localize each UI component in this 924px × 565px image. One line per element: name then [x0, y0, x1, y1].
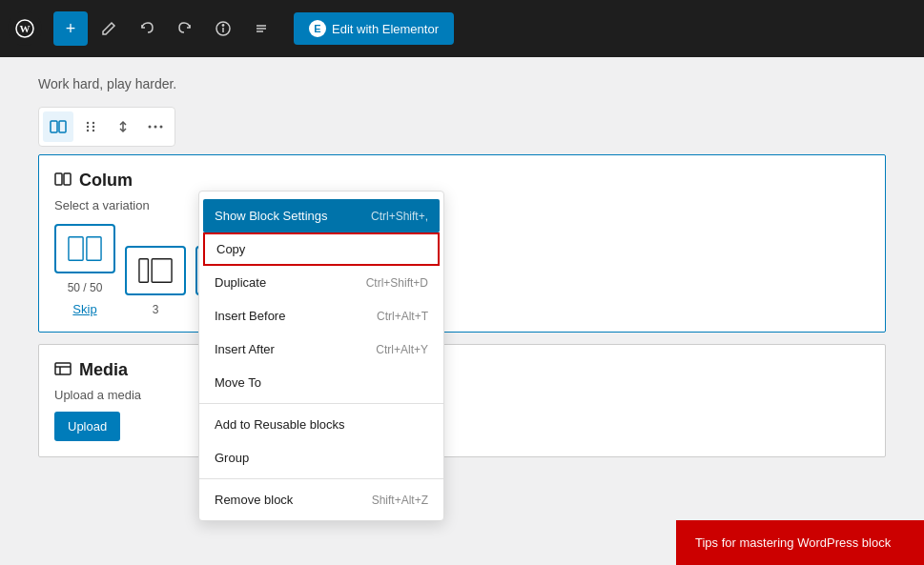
svg-rect-22 — [87, 237, 101, 261]
columns-title-text: Colum — [79, 171, 133, 191]
menu-item-duplicate[interactable]: Duplicate Ctrl+Shift+D — [199, 266, 443, 299]
svg-point-15 — [92, 130, 94, 131]
menu-label-group: Group — [215, 451, 249, 465]
columns-icon — [54, 171, 72, 191]
menu-item-move-to[interactable]: Move To — [199, 366, 443, 399]
undo-button[interactable] — [130, 11, 164, 46]
svg-point-16 — [149, 126, 152, 129]
layout-50-50-col: 50 / 50 Skip — [54, 224, 115, 316]
media-title-text: Media — [79, 360, 128, 380]
menu-shortcut-remove-block: Shift+Alt+Z — [372, 494, 428, 507]
edit-tool-button[interactable] — [92, 11, 126, 46]
svg-point-11 — [92, 122, 94, 124]
svg-rect-24 — [152, 259, 172, 283]
menu-label-remove-block: Remove block — [215, 493, 293, 507]
drag-handle-button[interactable] — [75, 111, 106, 142]
menu-divider-1 — [199, 403, 443, 404]
menu-item-add-reusable[interactable]: Add to Reusable blocks — [199, 408, 443, 441]
menu-item-remove-block[interactable]: Remove block Shift+Alt+Z — [199, 483, 443, 516]
main-content: Work hard, play harder. — [0, 57, 924, 565]
menu-label-show-block-settings: Show Block Settings — [215, 209, 328, 223]
menu-label-move-to: Move To — [215, 375, 261, 390]
svg-point-17 — [154, 126, 157, 129]
context-menu: Show Block Settings Ctrl+Shift+, Copy Du… — [198, 191, 444, 521]
menu-label-add-reusable: Add to Reusable blocks — [215, 417, 345, 432]
elementor-icon: E — [309, 20, 326, 37]
add-block-button[interactable]: + — [53, 11, 88, 46]
media-icon — [54, 360, 72, 380]
list-view-button[interactable] — [244, 11, 278, 46]
redo-button[interactable] — [168, 11, 202, 46]
svg-rect-8 — [51, 121, 57, 132]
svg-rect-19 — [55, 173, 62, 185]
svg-rect-21 — [69, 237, 83, 261]
layout-options-row: 50 / 50 Skip 3 — [54, 224, 870, 316]
menu-label-insert-after: Insert After — [215, 342, 275, 356]
upload-button[interactable]: Upload — [54, 412, 120, 441]
media-subtitle: Upload a media — [54, 388, 870, 402]
columns-layout-button[interactable] — [43, 111, 73, 142]
menu-label-insert-before: Insert Before — [215, 309, 285, 323]
menu-label-copy: Copy — [216, 242, 245, 256]
layout-33-col: 3 — [125, 246, 186, 316]
skip-link[interactable]: Skip — [72, 302, 96, 316]
layout-33-66[interactable] — [125, 246, 186, 295]
menu-label-duplicate: Duplicate — [215, 275, 266, 290]
menu-shortcut-insert-before: Ctrl+Alt+T — [377, 310, 428, 323]
plus-icon: + — [66, 19, 76, 39]
svg-rect-23 — [139, 259, 148, 283]
svg-point-14 — [87, 130, 89, 131]
menu-shortcut-insert-after: Ctrl+Alt+Y — [376, 343, 428, 356]
layout-50-50[interactable] — [54, 224, 115, 273]
page-subtext: Work hard, play harder. — [38, 76, 886, 91]
svg-point-4 — [222, 25, 223, 26]
menu-shortcut-duplicate: Ctrl+Shift+D — [366, 276, 428, 290]
svg-point-10 — [87, 122, 89, 124]
layout-50-50-label: 50 / 50 — [68, 281, 103, 294]
svg-point-12 — [87, 126, 89, 128]
menu-item-insert-before[interactable]: Insert Before Ctrl+Alt+T — [199, 299, 443, 333]
columns-block-title: Colum — [54, 171, 870, 191]
menu-item-insert-after[interactable]: Insert After Ctrl+Alt+Y — [199, 333, 443, 366]
wp-logo-icon[interactable]: W — [8, 11, 42, 46]
main-toolbar: W + E E — [0, 0, 924, 57]
svg-point-13 — [92, 126, 94, 128]
menu-shortcut-show-block-settings: Ctrl+Shift+, — [371, 210, 428, 223]
columns-block: Colum Select a variation 50 / 50 Skip — [38, 154, 886, 333]
move-arrows-button[interactable] — [108, 111, 138, 142]
more-options-button[interactable] — [140, 111, 171, 142]
columns-subtitle: Select a variation — [54, 198, 870, 212]
elementor-btn-label: Edit with Elementor — [332, 22, 439, 36]
toast-message: Tips for mastering WordPress block — [695, 535, 891, 550]
svg-rect-27 — [55, 363, 71, 374]
info-button[interactable] — [206, 11, 240, 46]
svg-text:W: W — [20, 23, 31, 34]
block-toolbar — [38, 107, 175, 147]
menu-item-show-block-settings[interactable]: Show Block Settings Ctrl+Shift+, — [203, 199, 440, 232]
menu-item-copy[interactable]: Copy — [203, 232, 440, 266]
svg-rect-9 — [59, 121, 66, 132]
toast-notification: Tips for mastering WordPress block — [676, 520, 924, 565]
menu-divider-2 — [199, 478, 443, 479]
elementor-edit-button[interactable]: E Edit with Elementor — [294, 12, 454, 45]
svg-point-18 — [160, 126, 163, 129]
menu-item-group[interactable]: Group — [199, 441, 443, 474]
svg-rect-20 — [64, 173, 71, 185]
media-block-title: Media — [54, 360, 870, 380]
layout-33-66-label: 3 — [153, 303, 159, 316]
media-block: Media Upload a media Upload — [38, 344, 886, 457]
